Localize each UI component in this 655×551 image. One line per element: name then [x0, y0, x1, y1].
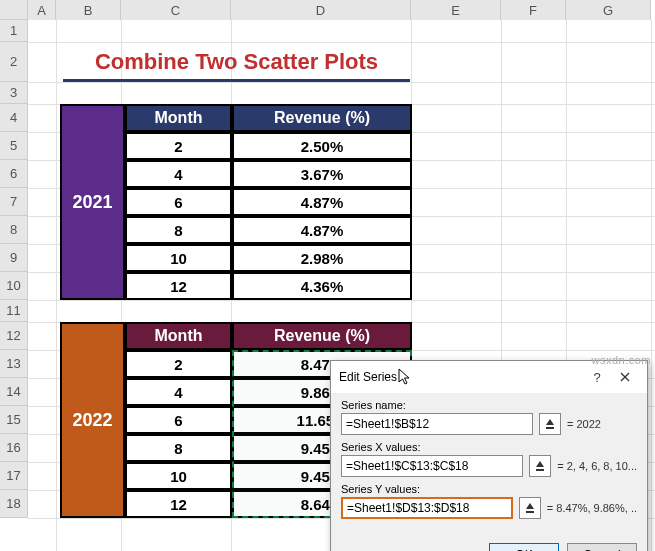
cell-month[interactable]: 6: [125, 406, 232, 434]
col-header-A[interactable]: A: [28, 0, 56, 20]
svg-rect-3: [536, 469, 544, 471]
cell-month[interactable]: 12: [125, 490, 232, 518]
cell-revenue[interactable]: 2.50%: [232, 132, 412, 160]
cancel-button[interactable]: Cancel: [567, 543, 637, 551]
row-header-10[interactable]: 10: [0, 272, 28, 300]
cell-month[interactable]: 12: [125, 272, 232, 300]
row-header-1[interactable]: 1: [0, 20, 28, 42]
row-header-15[interactable]: 15: [0, 406, 28, 434]
row-header-8[interactable]: 8: [0, 216, 28, 244]
svg-rect-4: [526, 511, 534, 513]
col-header-D[interactable]: D: [231, 0, 411, 20]
row-header-14[interactable]: 14: [0, 378, 28, 406]
ok-button[interactable]: OK: [489, 543, 559, 551]
collapse-dialog-button[interactable]: [529, 455, 551, 477]
series-name-input[interactable]: [341, 413, 533, 435]
cell-revenue[interactable]: 4.87%: [232, 216, 412, 244]
cell-month[interactable]: 8: [125, 216, 232, 244]
collapse-dialog-button[interactable]: [519, 497, 541, 519]
cell-revenue[interactable]: 2.98%: [232, 244, 412, 272]
year-cell-2021[interactable]: 2021: [60, 104, 125, 300]
cell-revenue[interactable]: 4.87%: [232, 188, 412, 216]
col-header-C[interactable]: C: [121, 0, 231, 20]
watermark: wsxdn.com: [591, 354, 651, 366]
row-header-18[interactable]: 18: [0, 490, 28, 518]
row-headers: 123456789101112131415161718: [0, 20, 28, 518]
table-2021: 2021 Month Revenue (%) 22.50%43.67%64.87…: [60, 104, 412, 300]
cell-revenue[interactable]: 4.36%: [232, 272, 412, 300]
col-header-month[interactable]: Month: [125, 322, 232, 350]
series-name-label: Series name:: [341, 399, 637, 411]
row-header-12[interactable]: 12: [0, 322, 28, 350]
edit-series-dialog: Edit Series ? Series name: = 2022 Series…: [330, 360, 648, 551]
series-y-label: Series Y values:: [341, 483, 637, 495]
cell-month[interactable]: 8: [125, 434, 232, 462]
collapse-dialog-button[interactable]: [539, 413, 561, 435]
row-header-9[interactable]: 9: [0, 244, 28, 272]
row-header-17[interactable]: 17: [0, 462, 28, 490]
col-header-F[interactable]: F: [501, 0, 566, 20]
cell-month[interactable]: 4: [125, 160, 232, 188]
col-header-B[interactable]: B: [56, 0, 121, 20]
page-title: Combine Two Scatter Plots: [63, 49, 410, 82]
dialog-title: Edit Series: [339, 370, 583, 384]
row-header-5[interactable]: 5: [0, 132, 28, 160]
cell-month[interactable]: 2: [125, 350, 232, 378]
col-header-revenue[interactable]: Revenue (%): [232, 104, 412, 132]
col-header-revenue[interactable]: Revenue (%): [232, 322, 412, 350]
series-name-preview: = 2022: [567, 418, 637, 430]
row-header-7[interactable]: 7: [0, 188, 28, 216]
series-x-input[interactable]: [341, 455, 523, 477]
cell-revenue[interactable]: 3.67%: [232, 160, 412, 188]
series-y-preview: = 8.47%, 9.86%, ..: [547, 502, 637, 514]
cell-month[interactable]: 10: [125, 462, 232, 490]
series-y-input[interactable]: [341, 497, 513, 519]
row-header-11[interactable]: 11: [0, 300, 28, 322]
row-header-6[interactable]: 6: [0, 160, 28, 188]
row-header-2[interactable]: 2: [0, 42, 28, 82]
row-header-4[interactable]: 4: [0, 104, 28, 132]
column-headers: ABCDEFG: [28, 0, 651, 20]
svg-rect-2: [546, 427, 554, 429]
select-all-corner[interactable]: [0, 0, 28, 20]
row-header-13[interactable]: 13: [0, 350, 28, 378]
dialog-close-button[interactable]: [611, 367, 639, 387]
series-x-preview: = 2, 4, 6, 8, 10...: [557, 460, 637, 472]
col-header-G[interactable]: G: [566, 0, 651, 20]
cell-month[interactable]: 6: [125, 188, 232, 216]
col-header-month[interactable]: Month: [125, 104, 232, 132]
col-header-E[interactable]: E: [411, 0, 501, 20]
year-cell-2022[interactable]: 2022: [60, 322, 125, 518]
cell-month[interactable]: 10: [125, 244, 232, 272]
cell-month[interactable]: 2: [125, 132, 232, 160]
cell-month[interactable]: 4: [125, 378, 232, 406]
series-x-label: Series X values:: [341, 441, 637, 453]
dialog-help-button[interactable]: ?: [583, 367, 611, 387]
row-header-16[interactable]: 16: [0, 434, 28, 462]
row-header-3[interactable]: 3: [0, 82, 28, 104]
